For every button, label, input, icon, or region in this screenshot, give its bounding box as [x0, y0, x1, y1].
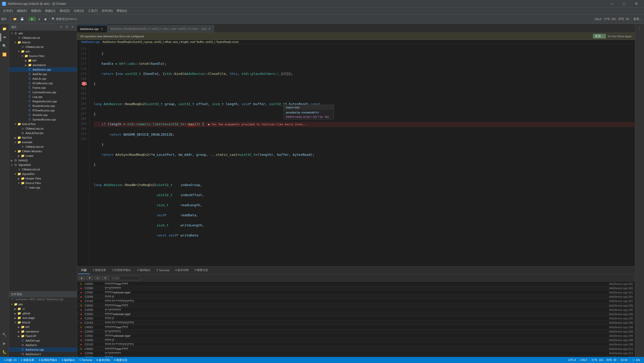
tree-item-signalslot[interactable]: ▼ ⊙ SignalSlot — [9, 163, 77, 167]
tree-item-cmake3[interactable]: ≡ CMakeLists.txt — [9, 126, 77, 131]
tree-item-license[interactable]: C LicenseAccess.cpp — [9, 90, 77, 95]
tree-item-frame[interactable]: C Frame.cpp — [9, 85, 77, 90]
project-icon[interactable]: 📁 — [1, 25, 9, 33]
fs-adsdef-h[interactable]: H AdsDef.h — [9, 343, 77, 347]
menu-file[interactable]: 文件(F) — [1, 8, 15, 14]
menu-widget[interactable]: 控件(W) — [100, 8, 115, 14]
filter-icon[interactable]: ☰ — [64, 25, 69, 29]
menu-tools[interactable]: 工具(T) — [86, 8, 100, 14]
tab-summary[interactable]: 9 概要信息 — [192, 267, 211, 274]
prev-issue-btn[interactable]: ▲ — [78, 276, 85, 280]
tree-item-adslib-cpp[interactable]: C AdsLib.cpp — [9, 76, 77, 81]
git-configure-button[interactable]: 配置... — [593, 34, 606, 39]
tree-item-adslib[interactable]: ▼ 📁 AdsLib — [9, 40, 77, 45]
do-not-show-button[interactable]: Do Not Show Again — [608, 35, 632, 38]
open-build-btn[interactable]: 📂 — [12, 17, 18, 21]
tree-item-header-files[interactable]: ▶ 📁 Header Files — [9, 176, 77, 181]
issue-row-3[interactable]: ● C2062: ?????'unknown-type' AdsDevice.c… — [77, 290, 635, 295]
tab-terminal[interactable]: 5 Terminal — [154, 267, 173, 274]
issue-row-2[interactable]: ● C2589: '{*:*)??????? AdsDevice.cpp:181 — [77, 286, 635, 290]
issue-row-15[interactable]: ● C2143: ????:??:'*'???'(*(*(???') AdsDe… — [77, 342, 635, 347]
clear-btn[interactable]: ✕ — [102, 276, 109, 280]
filter-warning-btn[interactable]: ⚠ — [94, 276, 101, 280]
build-btn[interactable]: ▶ — [29, 17, 36, 21]
issue-row-4[interactable]: ● C2059: ????:'}* AdsDevice.cpp:181 — [77, 295, 635, 299]
tree-item-adsfile-cpp[interactable]: C AdsFile.cpp — [9, 72, 77, 76]
tab-issues[interactable]: 问题 — [78, 267, 90, 274]
issue-row-12[interactable]: ● C2589: '{*:*)??????? AdsDevice.cpp:198 — [77, 329, 635, 334]
issue-row-6[interactable]: ⚠ C4003: ???????'max'???? AdsDevice.cpp:… — [77, 303, 635, 308]
issue-row-8[interactable]: ● C2062: ?????'unknown-type' AdsDevice.c… — [77, 312, 635, 316]
fs-adsdevice-cpp[interactable]: C AdsDevice.cpp — [9, 347, 77, 352]
tree-item-main-cpp[interactable]: C main.cpp — [9, 185, 77, 190]
issue-row-17[interactable]: ● C2589: '{*:*)??????? AdsDevice.cpp:212 — [77, 351, 635, 355]
stop-btn[interactable]: ⏹ — [43, 17, 48, 21]
tab-app-output[interactable]: 3 应用程序输出 — [109, 267, 134, 274]
tree-item-log[interactable]: C Log.cpp — [9, 95, 77, 99]
tree-item-cmake-modules[interactable]: ▼ 📁 CMake Modules — [9, 149, 77, 154]
issue-row-9[interactable]: ● C2059: ????:')* AdsDevice.cpp:195 — [77, 316, 635, 321]
issue-row-7[interactable]: ● C2589: '{*:*)??????? AdsDevice.cpp:195 — [77, 308, 635, 312]
fs-standalone[interactable]: ▶ 📁 standalone — [9, 329, 77, 334]
issue-row-13[interactable]: ● C2062: ?????'unknown-type' AdsDevice.c… — [77, 334, 635, 338]
fs-adsdevice-h[interactable]: H AdsDevice.h — [9, 352, 77, 356]
tree-item-rtime[interactable]: C RTimeAccess.cpp — [9, 108, 77, 113]
tree-item-helloqt[interactable]: ▶ ⊙ HelloQt — [9, 158, 77, 163]
fs-teststage[interactable]: ▶ 📁 .test-stage — [9, 316, 77, 320]
issue-row-11[interactable]: ⚠ C4003: ???????'max'???? AdsDevice.cpp:… — [77, 325, 635, 329]
issue-row-5[interactable]: ● C2143: ????:??:'*'???'(*(*(???') AdsDe… — [77, 299, 635, 303]
tree-item-ecataccess[interactable]: C ECatAccess.cpp — [9, 81, 77, 85]
issue-row-16[interactable]: ⚠ C4003: ???????'max'???? AdsDevice.cpp:… — [77, 347, 635, 351]
menu-debug[interactable]: 调试(D) — [57, 8, 72, 14]
breadcrumb-function[interactable]: AdsDevice::ReadReqEx2(uint32_t group, ui… — [103, 40, 239, 43]
issue-row-10[interactable]: ● C2143: ????:??:'*'???'(*(*(???') AdsDe… — [77, 321, 635, 325]
tree-item-standalone[interactable]: ▶ 📁 standalone — [9, 63, 77, 67]
menu-analyze[interactable]: 分析(A) — [72, 8, 86, 14]
menu-edit[interactable]: 编辑(E) — [15, 8, 29, 14]
fs-github[interactable]: ▶ 📁 .github — [9, 311, 77, 316]
issue-row-1[interactable]: ⚠ C4003: ???????'max'???? AdsDevice.cpp:… — [77, 282, 635, 286]
tree-item-ads-folder[interactable]: ▼ 📁 ads — [9, 49, 77, 54]
tree-item-ads-root[interactable]: ▼ ⊙ ads — [9, 31, 77, 36]
search-icon[interactable]: 🔍 — [1, 42, 9, 50]
fs-adslib[interactable]: ▼ 📁 AdsLib — [9, 320, 77, 325]
tree-item-cmake5[interactable]: ≡ CMakeLists.txt — [9, 167, 77, 172]
tree-item-cmake2[interactable]: ≡ CMakeLists.txt — [9, 45, 77, 49]
close-panel-icon[interactable]: ✕ — [70, 25, 75, 29]
git-icon[interactable]: 🔀 — [1, 50, 9, 58]
tree-item-adslibtest-bin[interactable]: ⊞ AdsLibTest.bin — [9, 131, 77, 135]
fs-ci[interactable]: ▶ 📁 .ci — [9, 307, 77, 311]
build-icon[interactable]: 🔨 — [1, 331, 9, 339]
tab-vcs[interactable]: 6 版本控制 — [172, 267, 192, 274]
next-issue-btn[interactable]: ▼ — [86, 276, 93, 280]
tree-item-bhf[interactable]: ▶ 📁 bhf — [9, 58, 77, 63]
tree-item-router[interactable]: C RouterAccess.cpp — [9, 104, 77, 108]
tab-breadcrumb[interactable]: AdsDevice::ReadReqEx2(uint32_t t, uint32… — [107, 25, 214, 33]
fs-adsdef-cpp[interactable]: C AdsDef.cpp — [9, 338, 77, 343]
tree-item-signalslot-folder[interactable]: ▼ 📁 SignalSlot — [9, 172, 77, 176]
tree-item-cmake-folder[interactable]: ▶ 📁 cmake — [9, 154, 77, 158]
close-button[interactable]: ✕ — [630, 0, 642, 8]
sync-icon[interactable]: ↺ — [59, 25, 63, 29]
tab-adsdevice-cpp[interactable]: AdsDevice.cpp ✕ — [77, 25, 107, 33]
code-content[interactable]: } handle = bhf::ads::letoh(handle); retu… — [90, 44, 635, 266]
code-editor[interactable]: 174 175 176 177 178 179 180 181 182 183 … — [77, 44, 635, 266]
tab-close2-icon[interactable]: ✕ — [208, 27, 211, 31]
tree-item-adstool[interactable]: ▶ 📁 AdsTool — [9, 135, 77, 140]
fs-bhf[interactable]: ▶ 📁 bhf — [9, 325, 77, 329]
right-icon-1[interactable]: ⋮ — [636, 25, 644, 33]
menu-help[interactable]: 帮助(H) — [115, 8, 129, 14]
breadcrumb-file[interactable]: AdsDevice.cpp — [81, 40, 99, 43]
tab-close-icon[interactable]: ✕ — [100, 27, 103, 31]
tab-search[interactable]: 2 搜索结果 — [90, 267, 109, 274]
tree-item-source-files2[interactable]: ▼ 📁 Source Files — [9, 181, 77, 185]
run-btn[interactable]: ⏸ — [36, 17, 42, 21]
configure-btn[interactable]: 配置... — [632, 17, 643, 21]
tree-item-cmake4[interactable]: ≡ CMakeLists.txt — [9, 144, 77, 149]
run-icon2[interactable]: ▶ — [1, 339, 9, 347]
issue-filter-input[interactable] — [110, 276, 140, 280]
tree-item-symbol[interactable]: C SymbolAccess.cpp — [9, 117, 77, 122]
fs-twincat[interactable]: ▶ 📁 TwinCAT — [9, 334, 77, 338]
tab-build-output[interactable]: 4 编译输出 — [134, 267, 153, 274]
tree-item-sockets[interactable]: C Sockets.cpp — [9, 113, 77, 117]
